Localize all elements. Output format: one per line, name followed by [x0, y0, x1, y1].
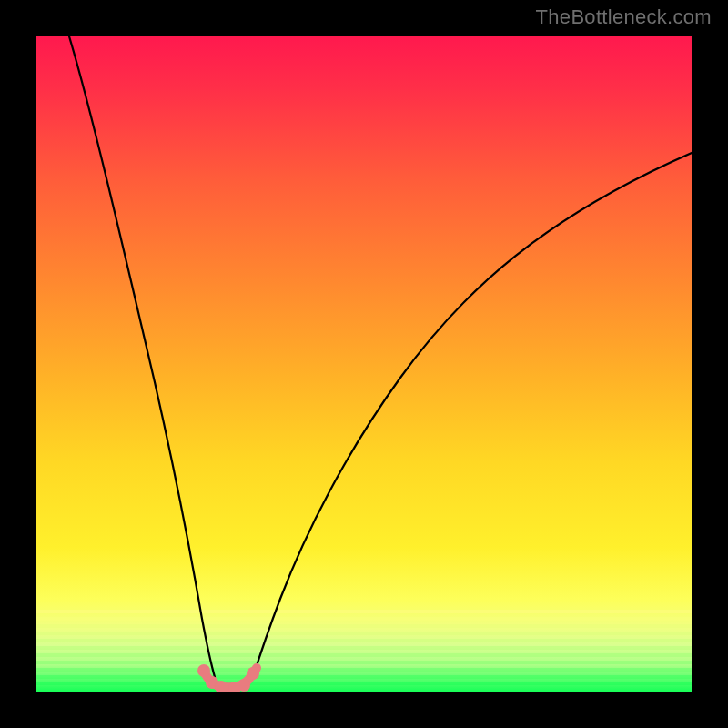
curve-layer	[36, 36, 692, 692]
svg-point-0	[197, 664, 210, 677]
chart-container: TheBottleneck.com	[0, 0, 728, 728]
bottleneck-curve-left	[69, 36, 215, 677]
svg-point-4	[238, 679, 250, 692]
watermark-text: TheBottleneck.com	[536, 5, 712, 29]
svg-point-5	[247, 667, 259, 680]
plot-area	[36, 36, 692, 692]
bottleneck-curve-right	[253, 153, 692, 677]
